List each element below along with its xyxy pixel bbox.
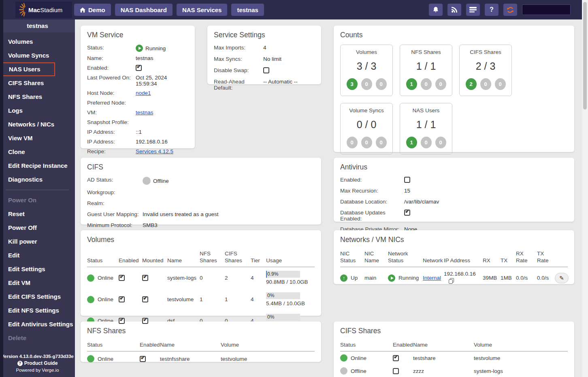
edit-nic-button[interactable]: ✎: [555, 273, 569, 283]
status-value: Running: [145, 45, 166, 51]
nav-button-label: testnas: [237, 6, 258, 13]
table-row[interactable]: ↑Up main Running Internal 192.168.0.16 3…: [340, 267, 568, 289]
sidebar-item-volume-syncs[interactable]: Volume Syncs: [0, 49, 75, 62]
sidebar-item-networks-nics[interactable]: Networks / NICs: [0, 118, 75, 131]
sidebar-item-nfs-shares[interactable]: NFS Shares: [0, 90, 75, 104]
nav-button-nas-dashboard[interactable]: NAS Dashboard: [115, 4, 173, 16]
refresh-icon: [507, 6, 514, 13]
network-link[interactable]: Internal: [423, 275, 441, 281]
db-location-value: /var/lib/clamav: [404, 199, 439, 205]
card-title: CIFS: [87, 163, 315, 171]
sidebar-item-clone[interactable]: Clone: [0, 145, 75, 159]
table-row[interactable]: Online testshare testvolume: [340, 351, 568, 365]
sidebar-action-reset[interactable]: Reset: [0, 207, 75, 221]
count-tile-nas-users: NAS Users 1 / 1 1 0 0: [400, 103, 452, 154]
table-row[interactable]: Online testnfsshare testvolume: [87, 351, 315, 366]
topbar-search-input[interactable]: [522, 4, 571, 15]
recipe-link[interactable]: Services 4.12.5: [136, 148, 173, 154]
macstadium-logo: MacStadium: [15, 2, 72, 18]
card-title: VM Service: [87, 31, 188, 39]
count-tile-volume-syncs: Volume Syncs 0 / 0 0 0 0: [340, 103, 393, 154]
sidebar-item-diagnostics[interactable]: Diagnostics: [0, 173, 75, 186]
nav-button-demo[interactable]: Demo: [74, 4, 111, 16]
sidebar-action-edit-cifs-settings[interactable]: Edit CIFS Settings: [0, 290, 75, 304]
sidebar-action-power-off[interactable]: Power Off: [0, 221, 75, 235]
db-updates-checkbox[interactable]: [404, 210, 410, 216]
sidebar-item-edit-recipe-instance[interactable]: Edit Recipe Instance: [0, 159, 75, 173]
bell-icon: [432, 6, 439, 13]
top-navbar: MacStadium Demo NAS Dashboard NAS Servic…: [0, 0, 582, 19]
scrollbar-thumb[interactable]: [583, 2, 587, 109]
sidebar-item-view-vm[interactable]: View VM: [0, 131, 75, 145]
table-row[interactable]: Online system-logs 0 2 4 0.9%90.8MB / 10…: [87, 267, 315, 289]
sidebar-action-edit-antivirus-settings[interactable]: Edit Antivirus Settings: [0, 317, 75, 331]
topbar-icon-group: ?: [429, 4, 571, 16]
share-volume: system-logs: [474, 364, 568, 377]
sidebar-action-edit-vm[interactable]: Edit VM: [0, 276, 75, 290]
mounted-checkbox[interactable]: [142, 318, 148, 324]
count-tile-cifs-shares: CIFS Shares 2 / 3 2 0 0: [459, 45, 512, 96]
help-icon: ?: [490, 6, 494, 13]
volumes-table: Status Enabled Mounted Name NFS Shares C…: [87, 249, 315, 332]
max-recursion-value: 15: [404, 188, 410, 194]
read-ahead-value: -- Automatic --: [263, 79, 298, 85]
sidebar-action-edit[interactable]: Edit: [0, 248, 75, 262]
queue-list-icon: [469, 7, 477, 13]
last-powered-value: Oct 25, 2024 15:59:34: [136, 75, 188, 87]
card-title: Volumes: [87, 236, 315, 244]
copy-icon[interactable]: [449, 278, 454, 285]
nav-button-label: NAS Dashboard: [121, 6, 167, 13]
task-queue-button[interactable]: [466, 4, 480, 16]
nav-button-label: NAS Services: [182, 6, 222, 13]
enabled-checkbox[interactable]: [393, 355, 399, 361]
card-title: Antivirus: [340, 163, 568, 171]
antivirus-enabled-checkbox[interactable]: [404, 177, 410, 183]
mounted-checkbox[interactable]: [142, 296, 148, 302]
status-badge: 0: [435, 78, 446, 90]
sidebar-item-cifs-shares[interactable]: CIFS Shares: [0, 76, 75, 90]
notifications-button[interactable]: [429, 4, 443, 16]
table-row[interactable]: Online testvolume 1 1 4 0%5.4MB / 10.0GB: [87, 289, 315, 310]
sidebar-action-edit-nfs-settings[interactable]: Edit NFS Settings: [0, 304, 75, 317]
status-badge: 0: [495, 78, 506, 90]
volumes-card: Volumes Status Enabled Mounted Name NFS …: [81, 230, 321, 316]
home-icon: [80, 7, 85, 13]
nav-button-nas-services[interactable]: NAS Services: [177, 4, 228, 16]
enabled-checkbox[interactable]: [119, 296, 125, 302]
offline-status-icon: [143, 177, 151, 185]
count-tile-volumes: Volumes 3 / 3 3 0 0: [340, 45, 393, 96]
sidebar-action-kill-power[interactable]: Kill power: [0, 235, 75, 248]
help-button[interactable]: ?: [485, 4, 499, 16]
mounted-checkbox[interactable]: [142, 275, 148, 281]
running-status-icon: [136, 45, 143, 52]
refresh-button[interactable]: [503, 4, 517, 16]
page-scrollbar: [582, 0, 588, 377]
sidebar-footer: Version 4.13.0.dev-335-g733d33e ?Product…: [0, 353, 75, 374]
enabled-checkbox[interactable]: [119, 318, 125, 324]
status-badge: 2: [466, 78, 477, 90]
online-status-icon: [87, 296, 94, 303]
sidebar-item-logs[interactable]: Logs: [0, 104, 75, 118]
enabled-checkbox[interactable]: [140, 356, 146, 362]
disable-swap-checkbox[interactable]: [263, 67, 269, 73]
usage-bar-fill: [266, 271, 267, 278]
sidebar-item-volumes[interactable]: Volumes: [0, 35, 75, 49]
enabled-checkbox[interactable]: [119, 275, 125, 281]
enabled-checkbox[interactable]: [393, 368, 399, 374]
usage-bar: 0%: [266, 314, 300, 321]
sidebar-action-delete: Delete: [0, 331, 75, 345]
status-badge: 1: [406, 137, 417, 148]
pencil-icon: ✎: [559, 275, 564, 281]
vm-enabled-checkbox[interactable]: [136, 65, 142, 71]
host-node-link[interactable]: node1: [136, 90, 151, 96]
product-guide-link[interactable]: ?Product Guide: [0, 360, 75, 367]
nav-button-testnas[interactable]: testnas: [231, 4, 264, 16]
main-content: VM Service Status: Running Name: testnas…: [75, 19, 582, 377]
status-badge: 0: [480, 78, 491, 90]
sidebar-item-nas-users[interactable]: NAS Users: [0, 62, 55, 76]
feed-button[interactable]: [447, 4, 461, 16]
status-badge: 0: [361, 78, 372, 90]
vm-link[interactable]: testnas: [136, 109, 153, 116]
sidebar-action-edit-settings[interactable]: Edit Settings: [0, 262, 75, 276]
table-row[interactable]: Offline zzzz system-logs: [340, 364, 568, 377]
